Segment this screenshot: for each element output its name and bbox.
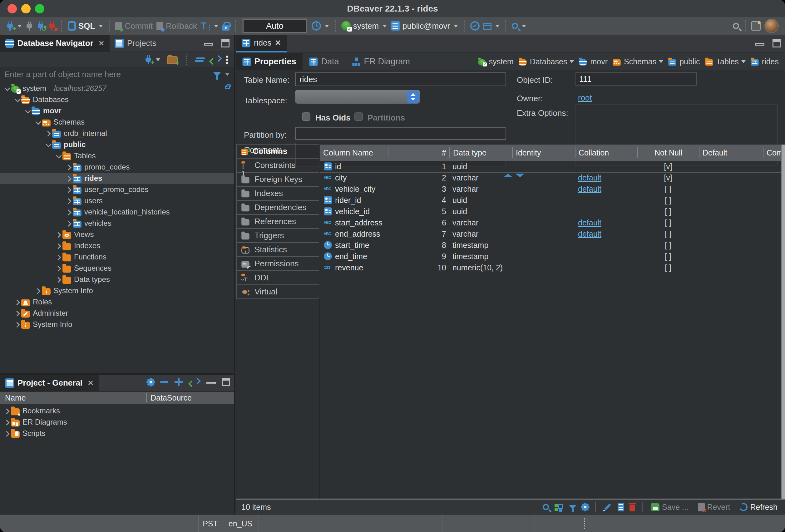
tab-er-diagram[interactable]: ER Diagram — [345, 53, 416, 70]
tree-item[interactable]: crdb_internal — [0, 128, 234, 139]
tree-item[interactable]: user_promo_codes — [0, 184, 234, 195]
tab-database-navigator[interactable]: Database Navigator✕ — [0, 35, 109, 52]
locale-cell[interactable]: en_US — [222, 515, 259, 532]
expand-chevron-icon[interactable] — [14, 321, 21, 328]
column-row[interactable]: city 2 varchar default [v] — [320, 172, 785, 183]
breadcrumb-item[interactable]: Databases — [517, 57, 576, 66]
partition-by-input[interactable] — [295, 127, 506, 140]
revert-button[interactable]: Revert — [698, 503, 730, 512]
column-notnull[interactable]: [ ] — [637, 207, 699, 216]
grid-settings-icon[interactable] — [582, 504, 588, 510]
column-row[interactable]: revenue 10 numeric(10, 2) [ ] — [320, 262, 785, 273]
expand-chevron-icon[interactable] — [4, 84, 10, 92]
expand-chevron-icon[interactable] — [45, 141, 52, 148]
column-row[interactable]: vehicle_city 3 varchar default [ ] — [320, 183, 785, 195]
tree-item[interactable]: Functions — [0, 251, 234, 262]
chevron-down-icon[interactable] — [569, 60, 574, 63]
column-notnull[interactable]: [ ] — [637, 218, 699, 227]
side-tab[interactable]: Virtual — [236, 284, 320, 299]
tab-properties[interactable]: Properties — [236, 53, 303, 70]
column-notnull[interactable]: [v] — [637, 173, 699, 182]
tree-item[interactable]: movr — [0, 105, 234, 117]
expand-chevron-icon[interactable] — [4, 430, 10, 437]
col-header-identity[interactable]: Identity — [512, 147, 575, 158]
object-filter-input[interactable] — [4, 70, 210, 79]
commit-button[interactable]: Commit — [115, 21, 153, 31]
new-perspective-button[interactable] — [751, 21, 761, 31]
expand-chevron-icon[interactable] — [35, 287, 42, 295]
commit-mode-combo[interactable]: Auto — [243, 19, 307, 33]
tree-item[interactable]: vehicle_location_histories — [0, 206, 234, 218]
transaction-mode-button[interactable]: T — [201, 21, 218, 31]
tree-item[interactable]: Sequences — [0, 262, 234, 274]
breadcrumb-item[interactable]: Tables — [703, 57, 747, 66]
breadcrumb-item[interactable]: system — [476, 57, 515, 66]
expand-chevron-icon[interactable] — [55, 264, 62, 272]
project-tree-item[interactable]: ER Diagrams — [0, 416, 234, 428]
save-button[interactable]: Save ... — [651, 503, 688, 512]
rollback-button[interactable]: Rollback — [156, 21, 197, 31]
new-connection-button[interactable]: + — [145, 55, 160, 64]
expand-chevron-icon[interactable] — [66, 197, 72, 204]
disconnect-button[interactable] — [26, 21, 33, 31]
view-menu-icon[interactable] — [226, 56, 228, 58]
transaction-lock-button[interactable] — [222, 21, 229, 31]
column-header-name[interactable]: Name — [0, 394, 146, 402]
column-notnull[interactable]: [v] — [637, 162, 699, 171]
column-row[interactable]: rider_id 4 uuid [ ] — [320, 195, 785, 206]
collation-link[interactable]: default — [578, 184, 601, 193]
tree-item[interactable]: System Info — [0, 285, 234, 296]
minimize-editor-icon[interactable] — [755, 43, 764, 46]
collation-link[interactable]: default — [578, 173, 601, 182]
expand-chevron-icon[interactable] — [66, 175, 72, 182]
refresh-button[interactable]: Refresh — [739, 503, 778, 512]
expand-chevron-icon[interactable] — [55, 242, 62, 250]
close-tab-icon[interactable]: ✕ — [98, 39, 105, 48]
link-with-editor-icon[interactable] — [189, 378, 200, 386]
tree-item[interactable]: Tables — [0, 150, 234, 161]
minimize-view-icon[interactable] — [204, 43, 213, 46]
expand-chevron-icon[interactable] — [14, 298, 21, 306]
search-rows-icon[interactable] — [543, 504, 549, 510]
column-visibility-icon[interactable] — [618, 503, 624, 511]
expand-chevron-icon[interactable] — [24, 107, 31, 115]
side-tab[interactable]: Indexes — [236, 186, 320, 201]
collation-link[interactable]: default — [578, 218, 601, 227]
col-header-collation[interactable]: Collation — [575, 147, 637, 158]
project-tree-item[interactable]: Scripts — [0, 428, 234, 439]
tree-item[interactable]: Databases — [0, 94, 234, 105]
close-window-button[interactable] — [7, 4, 17, 14]
column-notnull[interactable]: [ ] — [637, 263, 699, 272]
collapse-all-icon[interactable] — [196, 57, 205, 59]
expand-all-icon[interactable] — [175, 378, 183, 386]
side-tab[interactable]: Columns — [236, 144, 320, 159]
column-row[interactable]: start_time 8 timestamp [ ] — [320, 239, 785, 251]
close-tab-icon[interactable]: ✕ — [275, 38, 281, 48]
transaction-log-button[interactable] — [312, 21, 329, 31]
col-header-notnull[interactable]: Not Null — [637, 147, 699, 158]
disconnect-all-button[interactable]: × — [48, 21, 56, 31]
active-connection-selector[interactable]: system — [341, 21, 387, 31]
expand-chevron-icon[interactable] — [14, 96, 21, 103]
new-project-folder-icon[interactable] — [167, 56, 178, 64]
side-tab[interactable]: Dependencies — [236, 200, 320, 215]
settings-gear-icon[interactable] — [148, 379, 154, 385]
table-name-input[interactable] — [295, 72, 506, 86]
breadcrumb-item[interactable]: Schemas — [611, 57, 664, 66]
tree-item[interactable]: promo_codes — [0, 161, 234, 173]
expand-chevron-icon[interactable] — [14, 309, 21, 317]
col-header-ordinal[interactable]: # — [388, 147, 449, 158]
maximize-editor-icon[interactable] — [773, 39, 781, 47]
column-header-datasource[interactable]: DataSource — [146, 394, 234, 402]
owner-link[interactable]: root — [578, 93, 592, 103]
column-row[interactable]: end_time 9 timestamp [ ] — [320, 251, 785, 262]
tree-item[interactable]: Indexes — [0, 240, 234, 251]
expand-chevron-icon[interactable] — [4, 407, 10, 414]
user-avatar[interactable] — [764, 19, 779, 33]
tree-item[interactable]: users — [0, 195, 234, 206]
col-header-default[interactable]: Default — [699, 147, 763, 158]
expand-chevron-icon[interactable] — [45, 130, 52, 137]
side-tab[interactable]: References — [236, 214, 320, 229]
project-tree-item[interactable]: Bookmarks — [0, 405, 234, 416]
link-with-editor-icon[interactable] — [210, 55, 221, 64]
